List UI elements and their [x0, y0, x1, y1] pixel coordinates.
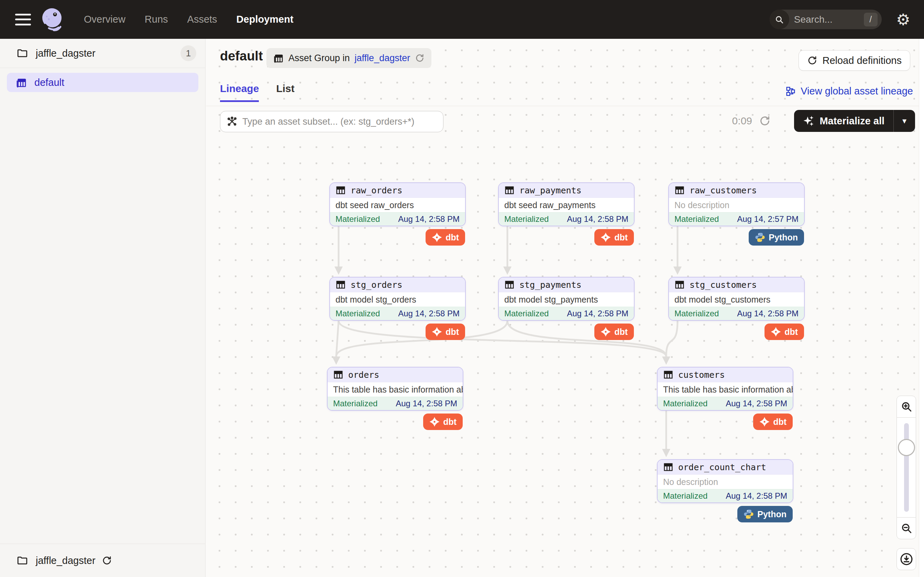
menu-icon[interactable] [15, 14, 31, 26]
tabs-divider [206, 106, 924, 106]
materialize-options-caret[interactable]: ▾ [894, 110, 915, 132]
dbt-badge[interactable]: dbt [764, 324, 804, 340]
asset-subset-placeholder: Type an asset subset... (ex: stg_orders+… [242, 116, 415, 127]
table-icon [674, 280, 685, 290]
nav-overview[interactable]: Overview [84, 14, 126, 25]
asset-description: dbt seed raw_payments [499, 198, 634, 212]
zoom-slider-track[interactable] [904, 423, 909, 512]
materialized-timestamp[interactable]: Aug 14, 2:58 PM [396, 399, 457, 408]
asset-node-footer: MaterializedAug 14, 2:58 PM [330, 307, 465, 320]
dbt-logo-icon [601, 327, 611, 337]
zoom-out-button[interactable] [897, 517, 916, 539]
asset-node-stg_customers[interactable]: stg_customersdbt model stg_customersMate… [668, 277, 805, 321]
asset-node-stg_payments[interactable]: stg_paymentsdbt model stg_paymentsMateri… [498, 277, 635, 321]
dbt-logo-icon [601, 232, 611, 242]
dbt-badge[interactable]: dbt [594, 229, 634, 246]
materialized-status: Materialized [504, 214, 549, 224]
folder-icon [16, 47, 28, 59]
tab-list[interactable]: List [276, 83, 294, 102]
view-global-asset-lineage-label: View global asset lineage [801, 85, 913, 97]
asset-node-wrap-order_count_chart: order_count_chartNo descriptionMateriali… [657, 459, 793, 503]
python-badge[interactable]: Python [737, 506, 793, 522]
repo-count-badge: 1 [181, 45, 196, 61]
sidebar-repo-label: jaffle_dagster [36, 48, 181, 59]
reload-definitions-button[interactable]: Reload definitions [798, 50, 910, 71]
asset-node-raw_customers[interactable]: raw_customersNo descriptionMaterializedA… [668, 182, 805, 226]
asset-node-wrap-orders: ordersThis table has basic information a… [327, 367, 464, 411]
materialized-timestamp[interactable]: Aug 14, 2:58 PM [567, 214, 628, 224]
asset-node-order_count_chart[interactable]: order_count_chartNo descriptionMateriali… [657, 459, 793, 503]
settings-gear-icon[interactable]: ⚙ [896, 12, 910, 27]
materialized-timestamp[interactable]: Aug 14, 2:58 PM [726, 491, 787, 501]
asset-name: stg_orders [351, 280, 402, 290]
zoom-in-button[interactable] [897, 396, 916, 417]
asset-description: dbt model stg_payments [499, 292, 634, 307]
dbt-logo-icon [432, 232, 442, 242]
search-input[interactable]: Search... / [770, 10, 882, 29]
dbt-badge[interactable]: dbt [426, 324, 465, 340]
scrollbar-track[interactable] [919, 39, 924, 577]
asset-node-header: raw_customers [669, 183, 804, 198]
asset-node-header: raw_orders [330, 183, 465, 198]
tab-lineage[interactable]: Lineage [220, 83, 259, 102]
download-graph-button[interactable] [897, 548, 916, 570]
materialized-status: Materialized [674, 214, 719, 224]
nav-assets[interactable]: Assets [187, 14, 217, 25]
zoom-slider [897, 417, 916, 517]
dagster-logo-icon[interactable] [39, 5, 67, 34]
badge-label: dbt [614, 327, 628, 337]
asset-group-repo-link[interactable]: jaffle_dagster [355, 53, 410, 63]
view-global-asset-lineage-link[interactable]: View global asset lineage [785, 85, 913, 97]
sidebar-repo-jaffle-dagster[interactable]: jaffle_dagster 1 [0, 39, 205, 68]
materialized-timestamp[interactable]: Aug 14, 2:58 PM [398, 214, 460, 224]
refresh-icon[interactable] [102, 555, 112, 566]
dbt-badge[interactable]: dbt [594, 324, 634, 340]
materialize-all-button[interactable]: Materialize all ▾ [794, 110, 915, 132]
asset-name: orders [348, 370, 379, 380]
asset-node-footer: MaterializedAug 14, 2:58 PM [657, 489, 793, 503]
dbt-badge[interactable]: dbt [753, 414, 793, 430]
materialized-timestamp[interactable]: Aug 14, 2:58 PM [567, 309, 628, 318]
asset-node-orders[interactable]: ordersThis table has basic information a… [327, 367, 464, 411]
sidebar-item-default[interactable]: default [7, 73, 198, 92]
asset-node-footer: MaterializedAug 14, 2:58 PM [499, 307, 634, 320]
asset-node-raw_orders[interactable]: raw_ordersdbt seed raw_ordersMaterialize… [329, 182, 466, 226]
asset-node-wrap-raw_orders: raw_ordersdbt seed raw_ordersMaterialize… [329, 182, 466, 226]
asset-node-stg_orders[interactable]: stg_ordersdbt model stg_ordersMaterializ… [329, 277, 466, 321]
asset-node-header: customers [657, 367, 793, 382]
lineage-timer: 0:09 [732, 115, 752, 127]
badge-label: dbt [443, 417, 457, 427]
nav-deployment[interactable]: Deployment [236, 14, 294, 25]
materialized-timestamp[interactable]: Aug 14, 2:57 PM [737, 214, 798, 224]
python-badge[interactable]: Python [749, 229, 804, 246]
dbt-badge[interactable]: dbt [426, 229, 465, 246]
table-icon [336, 185, 346, 195]
asset-node-customers[interactable]: customersThis table has basic informatio… [657, 367, 793, 411]
asset-node-raw_payments[interactable]: raw_paymentsdbt seed raw_paymentsMateria… [498, 182, 635, 226]
asset-description: dbt model stg_customers [669, 292, 804, 307]
materialized-timestamp[interactable]: Aug 14, 2:58 PM [737, 309, 798, 318]
asset-name: raw_customers [690, 185, 757, 195]
refresh-icon[interactable] [415, 53, 425, 63]
asset-node-footer: MaterializedAug 14, 2:58 PM [669, 307, 804, 320]
asset-subset-input[interactable]: Type an asset subset... (ex: stg_orders+… [220, 111, 443, 132]
nav-runs[interactable]: Runs [145, 14, 168, 25]
asset-node-footer: MaterializedAug 14, 2:58 PM [657, 397, 793, 410]
table-icon [663, 369, 674, 380]
asset-node-wrap-raw_customers: raw_customersNo descriptionMaterializedA… [668, 182, 805, 226]
main-content: default Asset Group in jaffle_dagster Re… [206, 39, 924, 577]
asset-node-footer: MaterializedAug 14, 2:57 PM [669, 212, 804, 226]
search-icon [770, 10, 789, 29]
zoom-slider-thumb[interactable] [898, 439, 915, 456]
lineage-refresh-icon[interactable] [759, 115, 771, 127]
asset-description: This table has basic information about .… [657, 382, 793, 397]
materialized-timestamp[interactable]: Aug 14, 2:58 PM [726, 399, 787, 408]
asset-node-header: raw_payments [499, 183, 634, 198]
asset-group-breadcrumb: Asset Group in jaffle_dagster [267, 48, 431, 68]
sidebar-footer: jaffle_dagster [0, 544, 205, 577]
asset-node-wrap-raw_payments: raw_paymentsdbt seed raw_paymentsMateria… [498, 182, 635, 226]
dbt-badge[interactable]: dbt [423, 414, 463, 430]
materialized-timestamp[interactable]: Aug 14, 2:58 PM [398, 309, 460, 318]
dbt-logo-icon [771, 327, 781, 337]
materialized-status: Materialized [504, 309, 549, 318]
